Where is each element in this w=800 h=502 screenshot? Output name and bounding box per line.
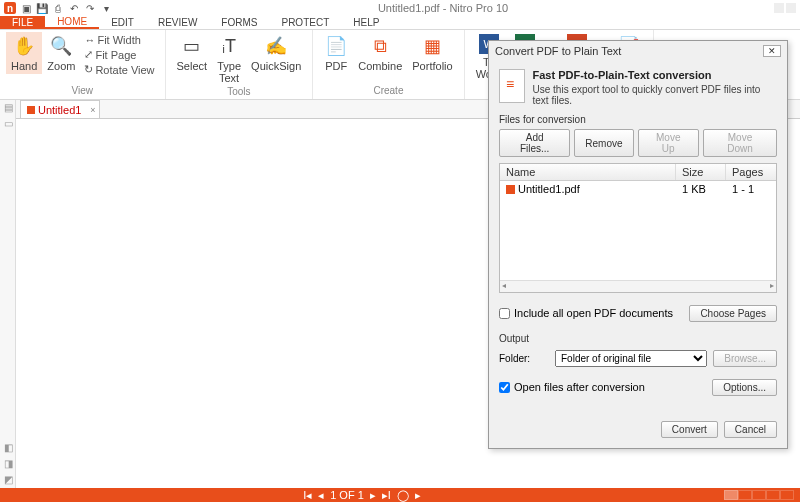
print-icon[interactable]: ⎙	[52, 2, 64, 14]
portfolio-btn[interactable]: ▦Portfolio	[407, 32, 457, 74]
zoom-label: Zoom	[47, 60, 75, 72]
open-after-input[interactable]	[499, 382, 510, 393]
undo-icon[interactable]: ↶	[68, 2, 80, 14]
qat-dropdown-icon[interactable]: ▾	[100, 2, 112, 14]
tab-protect[interactable]: PROTECT	[269, 16, 341, 29]
file-list-header: Name Size Pages	[500, 164, 776, 181]
close-tab-icon[interactable]: ×	[90, 105, 95, 115]
tab-review[interactable]: REVIEW	[146, 16, 209, 29]
files-section-label: Files for conversion	[499, 114, 777, 125]
combine-btn[interactable]: ⧉Combine	[353, 32, 407, 74]
open-icon[interactable]: ▣	[20, 2, 32, 14]
window-controls	[774, 3, 796, 13]
tab-edit[interactable]: EDIT	[99, 16, 146, 29]
group-view: ✋Hand 🔍Zoom ↔ Fit Width ⤢ Fit Page ↻ Rot…	[0, 30, 166, 99]
quick-access-toolbar: n ▣ 💾 ⎙ ↶ ↷ ▾	[4, 2, 112, 14]
last-page-icon[interactable]: ▸I	[382, 489, 391, 502]
tab-help[interactable]: HELP	[341, 16, 391, 29]
file-size: 1 KB	[676, 183, 726, 195]
quicksign-label: QuickSign	[251, 60, 301, 72]
app-icon: n	[4, 2, 16, 14]
folder-select[interactable]: Folder of original file	[555, 350, 707, 367]
dialog-close-icon[interactable]: ✕	[763, 45, 781, 57]
window-title: Untitled1.pdf - Nitro Pro 10	[112, 2, 774, 14]
choose-pages-button[interactable]: Choose Pages	[689, 305, 777, 322]
fit-width[interactable]: ↔ Fit Width	[84, 34, 154, 46]
bookmarks-panel-icon[interactable]: ▭	[2, 118, 14, 130]
view-facing[interactable]	[752, 490, 766, 500]
document-tab[interactable]: Untitled1 ×	[20, 100, 100, 118]
prev-page-icon[interactable]: ◂	[318, 489, 324, 502]
options-button[interactable]: Options...	[712, 379, 777, 396]
pdf-btn[interactable]: 📄PDF	[319, 32, 353, 74]
pdf-icon: 📄	[324, 34, 348, 58]
include-all-checkbox[interactable]: Include all open PDF documents	[499, 307, 673, 319]
status-bar: I◂ ◂ 1 OF 1 ▸ ▸I ◯ ▸	[0, 488, 800, 502]
nav-fwd-icon[interactable]: ▸	[415, 489, 421, 502]
view-cont[interactable]	[738, 490, 752, 500]
zoom-icon: 🔍	[49, 34, 73, 58]
hand-tool[interactable]: ✋Hand	[6, 32, 42, 74]
dialog-titlebar[interactable]: Convert PDF to Plain Text ✕	[489, 41, 787, 61]
pages-panel-icon[interactable]: ▤	[2, 102, 14, 114]
open-after-label: Open files after conversion	[514, 381, 645, 393]
rotate-view[interactable]: ↻ Rotate View	[84, 63, 154, 76]
title-app: Nitro Pro 10	[449, 2, 508, 14]
group-create-label: Create	[373, 85, 403, 97]
col-size[interactable]: Size	[676, 164, 726, 180]
portfolio-icon: ▦	[420, 34, 444, 58]
quicksign-tool[interactable]: ✍QuickSign	[246, 32, 306, 74]
window-max[interactable]	[786, 3, 796, 13]
file-name: Untitled1.pdf	[500, 183, 676, 195]
col-pages[interactable]: Pages	[726, 164, 776, 180]
open-after-checkbox[interactable]: Open files after conversion	[499, 381, 645, 393]
file-list-scrollbar[interactable]	[500, 280, 776, 292]
quicksign-icon: ✍	[264, 34, 288, 58]
select-icon: ▭	[180, 34, 204, 58]
type-text-icon: ᵢT	[217, 34, 241, 58]
remove-button[interactable]: Remove	[574, 129, 633, 157]
hand-label: Hand	[11, 60, 37, 72]
file-row[interactable]: Untitled1.pdf 1 KB 1 - 1	[500, 181, 776, 197]
tab-forms[interactable]: FORMS	[209, 16, 269, 29]
tab-file[interactable]: FILE	[0, 16, 45, 29]
col-name[interactable]: Name	[500, 164, 676, 180]
dialog-title: Convert PDF to Plain Text	[495, 45, 621, 57]
folder-label: Folder:	[499, 353, 549, 364]
file-list: Name Size Pages Untitled1.pdf 1 KB 1 - 1	[499, 163, 777, 293]
signatures-panel-icon[interactable]: ◩	[2, 474, 14, 486]
convert-button[interactable]: Convert	[661, 421, 718, 438]
move-up-button[interactable]: Move Up	[638, 129, 699, 157]
fit-page[interactable]: ⤢ Fit Page	[84, 48, 154, 61]
window-min[interactable]	[774, 3, 784, 13]
view-full[interactable]	[780, 490, 794, 500]
add-files-button[interactable]: Add Files...	[499, 129, 570, 157]
move-down-button[interactable]: Move Down	[703, 129, 777, 157]
cancel-button[interactable]: Cancel	[724, 421, 777, 438]
save-icon[interactable]: 💾	[36, 2, 48, 14]
convert-dialog: Convert PDF to Plain Text ✕ Fast PDF-to-…	[488, 40, 788, 449]
hand-icon: ✋	[12, 34, 36, 58]
nav-back-icon[interactable]: ◯	[397, 489, 409, 502]
view-single[interactable]	[724, 490, 738, 500]
select-tool[interactable]: ▭Select	[172, 32, 213, 74]
comments-panel-icon[interactable]: ◧	[2, 442, 14, 454]
combine-icon: ⧉	[368, 34, 392, 58]
group-create: 📄PDF ⧉Combine ▦Portfolio Create	[313, 30, 464, 99]
next-page-icon[interactable]: ▸	[370, 489, 376, 502]
title-document: Untitled1.pdf	[378, 2, 440, 14]
attachments-panel-icon[interactable]: ◨	[2, 458, 14, 470]
include-all-input[interactable]	[499, 308, 510, 319]
view-cont-facing[interactable]	[766, 490, 780, 500]
select-label: Select	[177, 60, 208, 72]
tab-home[interactable]: HOME	[45, 15, 99, 29]
ribbon-tabs: FILE HOME EDIT REVIEW FORMS PROTECT HELP	[0, 16, 800, 30]
first-page-icon[interactable]: I◂	[303, 489, 312, 502]
view-modes	[724, 490, 800, 500]
zoom-tool[interactable]: 🔍Zoom	[42, 32, 80, 74]
output-section-label: Output	[499, 333, 777, 344]
type-text-tool[interactable]: ᵢTType Text	[212, 32, 246, 86]
browse-button[interactable]: Browse...	[713, 350, 777, 367]
redo-icon[interactable]: ↷	[84, 2, 96, 14]
side-panel: ▤ ▭ ◧ ◨ ◩	[0, 100, 16, 488]
